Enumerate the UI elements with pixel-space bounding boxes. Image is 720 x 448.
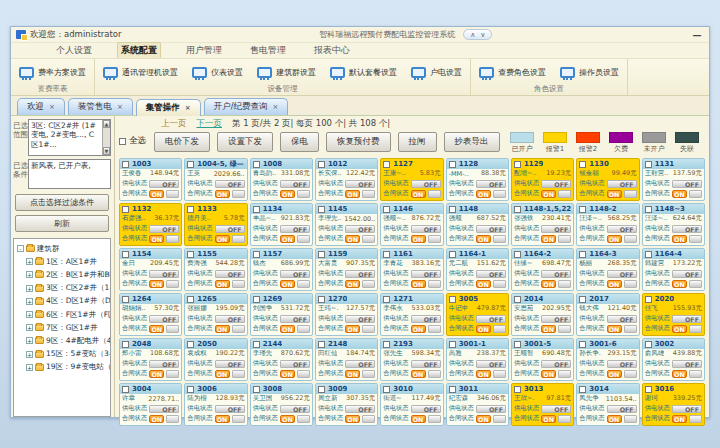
card-checkbox[interactable] [514, 161, 521, 168]
card-checkbox[interactable] [449, 206, 456, 213]
meter-card[interactable]: 1164-3杨丽268.35元供电状态OFF合闸状态ON [576, 248, 639, 291]
ribbon-button-户电设置[interactable]: 户电设置 [411, 67, 462, 78]
tab-开户/纪费查询[interactable]: 开户/纪费查询× [204, 98, 289, 115]
gate-status-toggle[interactable]: ON [215, 280, 230, 288]
card-checkbox[interactable] [449, 161, 456, 168]
supply-status-toggle[interactable]: OFF [672, 405, 702, 413]
gate-status-toggle[interactable]: ON [476, 235, 491, 243]
ribbon-button-建筑群设置[interactable]: 建筑群设置 [257, 67, 316, 78]
meter-card[interactable]: 3001-6孙长争.293.15元供电状态OFF合闸状态ON [576, 338, 639, 381]
card-checkbox[interactable] [579, 296, 586, 303]
card-checkbox[interactable] [645, 251, 652, 258]
expand-icon[interactable]: + [26, 364, 33, 371]
gate-status-toggle[interactable]: ON [672, 415, 687, 423]
gate-status-toggle[interactable]: ON [411, 415, 426, 423]
gate-status-toggle[interactable]: ON [672, 325, 687, 333]
gate-status-toggle[interactable]: ON [607, 415, 622, 423]
card-checkbox[interactable] [645, 161, 652, 168]
gate-status-toggle[interactable]: ON [672, 190, 687, 198]
meter-card[interactable]: 1004-5, 绿—王英2029.66..供电状态OFF合闸状态ON [184, 158, 247, 201]
gate-status-toggle[interactable]: ON [149, 370, 164, 378]
meter-card[interactable]: 1148~3汪泽~..624.64元供电状态OFF合闸状态ON [642, 203, 705, 246]
card-checkbox[interactable] [579, 161, 586, 168]
meter-card[interactable]: 2144李瑾先870.62元供电状态OFF合闸状态ON [250, 338, 313, 381]
expand-icon[interactable]: + [26, 258, 33, 265]
card-checkbox[interactable] [579, 251, 586, 258]
meter-card[interactable]: 3011纪宏森346.06元供电状态OFF合闸状态ON [446, 383, 509, 426]
meter-card[interactable]: 1128-MM-..88.38元供电状态OFF合闸状态ON [446, 158, 509, 201]
gate-status-toggle[interactable]: ON [411, 235, 426, 243]
supply-status-toggle[interactable]: OFF [280, 180, 310, 188]
action-button-抄表导出[interactable]: 抄表导出 [444, 132, 500, 152]
supply-status-toggle[interactable]: OFF [149, 405, 179, 413]
meter-card[interactable]: 1148强顺687.52元供电状态OFF合闸状态ON [446, 203, 509, 246]
gate-status-toggle[interactable]: ON [411, 280, 426, 288]
supply-status-toggle[interactable]: OFF [149, 315, 179, 323]
meter-card[interactable]: 1131王鞋营..137.59元供电状态OFF合闸状态ON [642, 158, 705, 201]
gate-status-toggle[interactable]: ON [541, 370, 556, 378]
scroll-up-icon[interactable]: ▲ [103, 120, 110, 128]
gate-status-toggle[interactable]: ON [476, 190, 491, 198]
card-checkbox[interactable] [187, 341, 194, 348]
gate-status-toggle[interactable]: ON [215, 325, 230, 333]
dropdown-icon[interactable]: ∨ [480, 31, 485, 39]
supply-status-toggle[interactable]: OFF [215, 405, 245, 413]
card-checkbox[interactable] [187, 161, 194, 168]
gate-status-toggle[interactable]: ON [215, 235, 230, 243]
close-icon[interactable]: × [49, 103, 55, 111]
meter-card[interactable]: 3008吴卫国956.22元供电状态OFF合闸状态ON [250, 383, 313, 426]
menu-item-报表中心[interactable]: 报表中心 [311, 43, 353, 58]
meter-card[interactable]: 1154金日209.45元供电状态OFF合闸状态ON [119, 248, 182, 291]
expand-icon[interactable]: + [26, 337, 33, 344]
meter-card[interactable]: 1003王俊春148.94元供电状态OFF合闸状态ON [119, 158, 182, 201]
meter-card[interactable]: 1133德丹美..5.78元供电状态OFF合闸状态ON [184, 203, 247, 246]
meter-card[interactable]: 1269刘国争531.72元供电状态OFF合闸状态ON [250, 293, 313, 336]
gate-status-toggle[interactable]: ON [607, 190, 622, 198]
range-scrollbar[interactable]: ▲ ▼ [102, 120, 110, 155]
supply-status-toggle[interactable]: OFF [280, 315, 310, 323]
supply-status-toggle[interactable]: OFF [215, 225, 245, 233]
supply-status-toggle[interactable]: OFF [149, 180, 179, 188]
supply-status-toggle[interactable]: OFF [672, 180, 702, 188]
meter-card[interactable]: 1161李青花383.16元供电状态OFF合闸状态ON [380, 248, 443, 291]
gate-status-toggle[interactable]: ON [280, 280, 295, 288]
tree-node[interactable]: +1区：A区1#井 [17, 255, 109, 268]
next-page-link[interactable]: 下一页 [197, 118, 223, 130]
action-button-电价下发[interactable]: 电价下发 [154, 132, 210, 152]
supply-status-toggle[interactable]: OFF [215, 360, 245, 368]
supply-status-toggle[interactable]: OFF [411, 270, 441, 278]
tree-node[interactable]: +19区：9#变电站（2 [17, 361, 109, 374]
supply-status-toggle[interactable]: OFF [280, 270, 310, 278]
meter-card[interactable]: 1148-2汪泽~..568.25元供电状态OFF合闸状态ON [576, 203, 639, 246]
gate-status-toggle[interactable]: ON [607, 370, 622, 378]
card-checkbox[interactable] [449, 251, 456, 258]
close-icon[interactable]: × [117, 103, 123, 111]
meter-card[interactable]: 1270王玮~.127.57元供电状态OFF合闸状态ON [315, 293, 378, 336]
supply-status-toggle[interactable]: OFF [541, 270, 571, 278]
gate-status-toggle[interactable]: ON [345, 235, 360, 243]
tree-node[interactable]: +6区：F区1#井（F区 [17, 308, 109, 321]
card-checkbox[interactable] [383, 206, 390, 213]
card-checkbox[interactable] [253, 251, 260, 258]
card-checkbox[interactable] [514, 251, 521, 258]
gate-status-toggle[interactable]: ON [541, 325, 556, 333]
meter-card[interactable]: 2048郑小雷108.68元供电状态OFF合闸状态ON [119, 338, 182, 381]
meter-card[interactable]: 3016谢珂339.25元供电状态OFF合闸状态ON [642, 383, 705, 426]
gate-status-toggle[interactable]: ON [672, 235, 687, 243]
card-checkbox[interactable] [318, 206, 325, 213]
meter-card[interactable]: 1264胡娟娟..57.30元供电状态OFF合闸状态ON [119, 293, 182, 336]
card-checkbox[interactable] [187, 251, 194, 258]
tree-node[interactable]: +3区：C区2#井（1# [17, 282, 109, 295]
gate-status-toggle[interactable]: ON [215, 370, 230, 378]
supply-status-toggle[interactable]: OFF [476, 360, 506, 368]
card-checkbox[interactable] [122, 206, 129, 213]
ribbon-button-费率方案设置[interactable]: 费率方案设置 [19, 67, 86, 78]
card-checkbox[interactable] [318, 251, 325, 258]
supply-status-toggle[interactable]: OFF [541, 180, 571, 188]
gate-status-toggle[interactable]: ON [541, 235, 556, 243]
card-checkbox[interactable] [449, 386, 456, 393]
meter-card[interactable]: 1159大富贵907.35元供电状态OFF合闸状态ON [315, 248, 378, 291]
card-checkbox[interactable] [579, 341, 586, 348]
card-checkbox[interactable] [645, 206, 652, 213]
condition-listbox[interactable]: 新风表, 已开户表, [28, 159, 111, 189]
